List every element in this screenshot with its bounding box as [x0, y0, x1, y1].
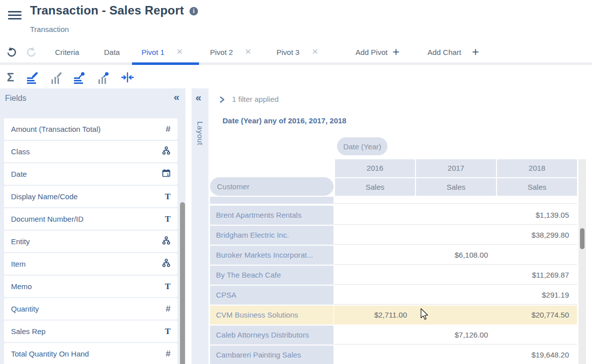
- cell-2016-sales[interactable]: [334, 226, 415, 245]
- cell-2017-sales[interactable]: [415, 226, 496, 245]
- edit-row-layout-icon[interactable]: [25, 70, 40, 85]
- field-item-item[interactable]: Item: [4, 253, 178, 275]
- fields-panel-title: Fields: [5, 94, 26, 103]
- date-type-icon: 1: [162, 169, 170, 179]
- cell-2017-sales[interactable]: [415, 206, 496, 225]
- table-row: Buroker Markets Incorporat... $6,108.00: [210, 246, 577, 265]
- row-header-customer[interactable]: CVM Business Solutions: [210, 306, 334, 325]
- row-header-customer[interactable]: Buroker Markets Incorporat...: [210, 246, 334, 265]
- field-item-class[interactable]: Class: [4, 141, 178, 162]
- svg-text:1: 1: [166, 172, 168, 177]
- tab-criteria[interactable]: Criteria: [55, 48, 79, 56]
- close-tab-pivot-2-icon[interactable]: ×: [245, 46, 251, 57]
- field-item-date[interactable]: Date 1: [4, 163, 178, 185]
- cell-2017-sales[interactable]: $6,108.00: [415, 246, 496, 265]
- undo-icon[interactable]: [6, 46, 18, 58]
- summarize-sigma-icon[interactable]: Σ: [3, 70, 18, 85]
- row-dimension-pill-customer[interactable]: Customer: [210, 177, 334, 196]
- cell-2017-sales[interactable]: [415, 266, 496, 285]
- column-header-2017[interactable]: 2017: [416, 159, 496, 177]
- cell-2016-sales[interactable]: [334, 286, 415, 305]
- cell-2018-sales[interactable]: $291.19: [496, 286, 577, 305]
- table-row: Cambareri Painting Sales $19,648.20: [210, 346, 577, 364]
- table-row-highlighted: CVM Business Solutions $2,711.00$20,774.…: [210, 306, 577, 325]
- pivot-toolbar: Σ: [0, 65, 592, 88]
- table-scrollbar-thumb[interactable]: [580, 228, 584, 249]
- info-icon[interactable]: i: [190, 7, 198, 15]
- cell-2018-sales[interactable]: [496, 326, 577, 345]
- table-row: Caleb Attorneys Distributors $7,126.00: [210, 326, 577, 345]
- field-item-memo[interactable]: Memo T: [4, 276, 178, 297]
- tab-pivot-2[interactable]: Pivot 2: [210, 48, 233, 56]
- pivot-rows: Brent Apartments Rentals $1,139.05 Bridg…: [210, 206, 577, 364]
- row-header-customer[interactable]: Bridgham Electric Inc.: [210, 226, 334, 245]
- close-tab-pivot-1-icon[interactable]: ×: [176, 46, 182, 57]
- field-item-sales-rep[interactable]: Sales Rep T: [4, 321, 178, 342]
- row-header-customer[interactable]: Cambareri Painting Sales: [210, 346, 334, 364]
- add-pivot-plus-icon[interactable]: +: [392, 45, 400, 59]
- cell-2017-sales[interactable]: $7,126.00: [415, 326, 496, 345]
- row-header-customer[interactable]: By The Beach Cafe: [210, 266, 334, 285]
- measure-header-sales-2017[interactable]: Sales: [416, 178, 496, 196]
- page-subtitle: Transaction: [30, 25, 69, 33]
- add-pivot-button[interactable]: Add Pivot: [356, 48, 388, 56]
- add-chart-button[interactable]: Add Chart: [428, 48, 462, 56]
- cell-2016-sales[interactable]: [334, 266, 415, 285]
- cell-2017-sales[interactable]: [415, 286, 496, 305]
- field-item-amount-transaction-total[interactable]: Amount (Transaction Total) #: [4, 118, 178, 140]
- fields-scrollbar[interactable]: [180, 202, 185, 364]
- cell-2016-sales[interactable]: [334, 346, 415, 364]
- text-type-icon: T: [165, 214, 170, 224]
- fields-list: Amount (Transaction Total) # Class Date …: [4, 118, 178, 364]
- cell-2018-sales[interactable]: $38,299.80: [496, 226, 577, 245]
- layout-panel-collapsed: « Layout: [192, 88, 208, 364]
- number-type-icon: #: [166, 349, 170, 359]
- hierarchy-type-icon: [162, 259, 170, 269]
- cell-2016-sales[interactable]: [334, 206, 415, 225]
- table-vertical-scrollbar[interactable]: [578, 159, 586, 364]
- field-item-quantity[interactable]: Quantity #: [4, 298, 178, 320]
- text-type-icon: T: [165, 327, 170, 337]
- text-type-icon: T: [165, 192, 170, 202]
- row-header-customer[interactable]: CPSA: [210, 286, 334, 305]
- column-header-2018[interactable]: 2018: [497, 159, 577, 177]
- cell-2018-sales[interactable]: $20,774.50: [496, 306, 577, 325]
- column-header-2016[interactable]: 2016: [335, 159, 415, 177]
- add-chart-plus-icon[interactable]: +: [472, 45, 479, 59]
- column-dimension-pill-date-year[interactable]: Date (Year): [337, 137, 388, 155]
- field-item-entity[interactable]: Entity: [4, 231, 178, 252]
- close-tab-pivot-3-icon[interactable]: ×: [312, 46, 318, 57]
- field-item-display-name-code[interactable]: Display Name/Code T: [4, 186, 178, 207]
- cell-2017-sales[interactable]: [415, 346, 496, 364]
- hierarchy-type-icon: [162, 146, 170, 157]
- filter-expand-chevron-icon[interactable]: [219, 96, 226, 105]
- filter-summary[interactable]: 1 filter applied: [232, 95, 278, 103]
- cell-2016-sales[interactable]: [334, 326, 415, 345]
- field-item-total-quantity-on-hand[interactable]: Total Quantity On Hand #: [4, 343, 178, 364]
- pin-row-fields-icon[interactable]: [72, 70, 87, 85]
- tab-pivot-3[interactable]: Pivot 3: [276, 48, 300, 56]
- fields-collapse-icon[interactable]: «: [174, 92, 180, 101]
- measure-header-sales-2018[interactable]: Sales: [497, 178, 577, 196]
- tab-pivot-1[interactable]: Pivot 1: [142, 48, 164, 56]
- collapse-columns-icon[interactable]: [120, 70, 135, 85]
- layout-panel-title[interactable]: Layout: [196, 121, 204, 145]
- cell-2016-sales[interactable]: [334, 246, 415, 265]
- fields-panel: Fields « Amount (Transaction Total) # Cl…: [0, 88, 186, 364]
- cell-2018-sales[interactable]: [496, 246, 577, 265]
- cell-2016-sales[interactable]: $2,711.00: [334, 306, 415, 325]
- cell-2018-sales[interactable]: $19,648.20: [496, 346, 577, 364]
- cell-2017-sales[interactable]: [415, 306, 496, 325]
- row-header-customer[interactable]: Brent Apartments Rentals: [210, 206, 334, 225]
- menu-hamburger-icon[interactable]: [8, 11, 22, 19]
- tab-data[interactable]: Data: [104, 48, 120, 56]
- cell-2018-sales[interactable]: $11,269.87: [496, 266, 577, 285]
- row-header-customer[interactable]: Caleb Attorneys Distributors: [210, 326, 334, 345]
- cell-2018-sales[interactable]: $1,139.05: [496, 206, 577, 225]
- pin-column-fields-icon[interactable]: [96, 70, 111, 85]
- layout-collapse-icon[interactable]: «: [196, 93, 202, 102]
- edit-column-layout-icon[interactable]: [49, 70, 64, 85]
- field-item-document-number-id[interactable]: Document Number/ID T: [4, 208, 178, 230]
- measure-header-sales-2016[interactable]: Sales: [335, 178, 415, 196]
- redo-icon[interactable]: [26, 46, 38, 58]
